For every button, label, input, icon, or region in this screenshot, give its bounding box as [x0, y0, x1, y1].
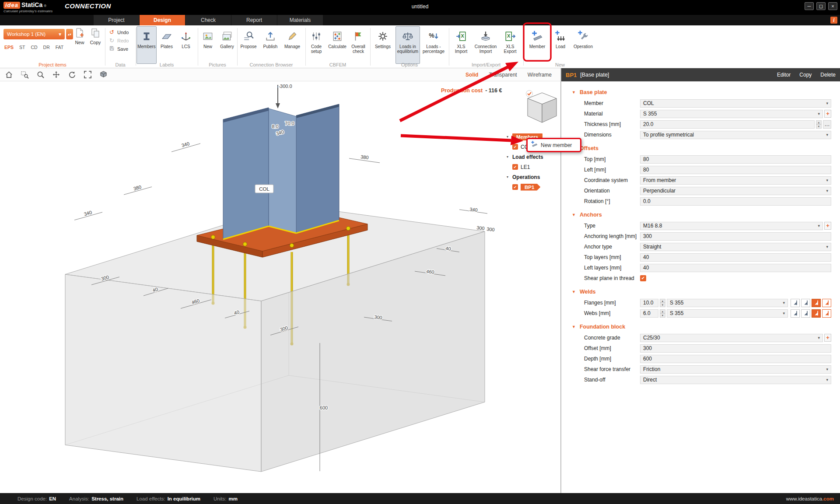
zoom-button[interactable] [33, 69, 47, 80]
input-left-layers-mm[interactable]: 40 [640, 264, 831, 272]
section-header-offsets[interactable]: ▼Offsets [561, 143, 840, 154]
members-labels-button[interactable]: Members [136, 26, 157, 64]
connection-import-button[interactable]: Connection Import [473, 26, 498, 64]
new-member-button[interactable]: Member [525, 26, 550, 64]
tab-design[interactable]: Design [140, 15, 185, 25]
visibility-checkbox[interactable]: ✔ [512, 164, 518, 170]
propose-button[interactable]: Propose [238, 26, 259, 64]
copy-operation-button[interactable]: Copy [799, 72, 812, 78]
dropdown-orientation[interactable]: Perpendicular▾ [640, 187, 831, 195]
stepper[interactable]: ▴▾ [660, 299, 665, 307]
dropdown-concrete-grade[interactable]: C25/30▾ [640, 334, 823, 342]
dropdown-stand-off[interactable]: Direct▾ [640, 376, 831, 384]
home-view-button[interactable] [2, 69, 16, 80]
dropdown-anchor-type[interactable]: Straight▾ [640, 243, 831, 251]
tab-materials[interactable]: Materials [277, 15, 323, 25]
code-fat[interactable]: FAT [56, 45, 63, 50]
close-button[interactable]: × [828, 2, 837, 10]
dropdown-member[interactable]: COL▾ [640, 99, 831, 108]
code-setup-button[interactable]: Code setup [306, 26, 326, 64]
tree-item-le1[interactable]: ✔ LE1 [507, 163, 561, 171]
new-project-item-button[interactable]: New [72, 27, 87, 53]
input-top-mm[interactable]: 80 [640, 155, 831, 164]
checkbox[interactable]: ✔ [640, 275, 646, 281]
code-st[interactable]: ST [19, 45, 25, 50]
settings-button[interactable]: Settings [371, 26, 395, 64]
visibility-checkbox[interactable]: ✔ [512, 144, 518, 150]
copy-project-item-button[interactable]: Copy [88, 27, 103, 53]
loads-percentage-button[interactable]: % Loads - percentage [421, 26, 446, 64]
delete-operation-button[interactable]: Delete [820, 72, 836, 78]
dropdown-dimensions[interactable]: To profile symmetrical▾ [640, 131, 831, 139]
stepper[interactable]: ▴▾ [816, 120, 822, 129]
input-depth-mm[interactable]: 600 [640, 355, 831, 363]
loads-in-equilibrium-button[interactable]: Loads in equilibrium [396, 26, 420, 64]
input-thickness-mm[interactable]: 20.0 [640, 120, 815, 129]
new-member-popup[interactable]: New member [526, 138, 581, 152]
dropdown-coordinate-system[interactable]: From member▾ [640, 176, 831, 185]
weld-type-button[interactable] [822, 299, 831, 307]
tab-project[interactable]: Project [94, 15, 139, 25]
tree-item-bp1[interactable]: ✔ BP1 [507, 183, 561, 191]
plates-labels-button[interactable]: Plates [158, 26, 176, 64]
input-offset-mm[interactable]: 300 [640, 344, 831, 353]
add-button[interactable]: + [824, 222, 831, 230]
license-info-button[interactable]: i [830, 17, 837, 24]
dropdown-shear-force-transfer[interactable]: Friction▾ [640, 365, 831, 374]
maximize-button[interactable]: ◻ [816, 2, 826, 10]
input-rotation[interactable]: 0.0 [640, 197, 831, 206]
view-mode-transparent[interactable]: Transparent [489, 72, 517, 78]
editor-button[interactable]: Editor [777, 72, 791, 78]
dropdown-type[interactable]: M16 8.8▾ [640, 222, 823, 230]
navigation-cube[interactable] [526, 91, 557, 123]
weld-type-button[interactable] [822, 309, 831, 318]
code-cd[interactable]: CD [31, 45, 37, 50]
lcs-labels-button[interactable]: LCS [177, 26, 195, 64]
calculate-button[interactable]: Calculate [327, 26, 347, 64]
publish-button[interactable]: Publish [260, 26, 281, 64]
xls-import-button[interactable]: X XLS Import [450, 26, 472, 64]
add-button[interactable]: + [824, 110, 831, 118]
add-button[interactable]: + [824, 334, 831, 342]
project-item-selector[interactable]: Workshop 1 (EN) ▾ [4, 29, 65, 39]
code-dr[interactable]: DR [43, 45, 50, 50]
tree-item-operations[interactable]: ▾ Operations [507, 173, 561, 181]
new-picture-button[interactable]: New [199, 26, 217, 64]
section-header-foundation-block[interactable]: ▼Foundation block [561, 321, 840, 332]
weld-type-button[interactable] [801, 299, 810, 307]
section-header-welds[interactable]: ▼Welds [561, 286, 840, 298]
dropdown-flanges-mm[interactable]: S 355▾ [667, 299, 788, 307]
weld-type-button[interactable] [812, 299, 821, 307]
undo-button[interactable]: ↺ Undo [108, 28, 129, 36]
new-load-button[interactable]: Load [550, 26, 570, 64]
zoom-window-button[interactable] [18, 69, 32, 80]
input-flanges-mm[interactable]: 10.0 [640, 299, 658, 307]
rotate-view-button[interactable] [65, 69, 79, 80]
minimize-button[interactable]: ─ [805, 2, 814, 10]
stepper[interactable]: ▴▾ [660, 309, 665, 318]
weld-type-button[interactable] [801, 309, 810, 318]
redo-button[interactable]: ↻ Redo [108, 37, 129, 44]
tree-item-load-effects[interactable]: ▾ Load effects [507, 153, 561, 161]
more-button[interactable]: … [823, 120, 831, 129]
gallery-button[interactable]: Gallery [218, 26, 236, 64]
pan-button[interactable] [49, 69, 63, 80]
visibility-checkbox[interactable]: ✔ [512, 184, 518, 190]
dropdown-material[interactable]: S 355▾ [640, 110, 823, 118]
tab-report[interactable]: Report [231, 15, 277, 25]
perspective-cube-button[interactable] [96, 69, 110, 80]
weld-type-button[interactable] [812, 309, 821, 318]
overall-check-button[interactable]: Overall check [348, 26, 368, 64]
weld-type-button[interactable] [791, 299, 800, 307]
website-link[interactable]: www.ideastatica.com [786, 496, 834, 501]
input-top-layers-mm[interactable]: 40 [640, 253, 831, 262]
view-mode-wireframe[interactable]: Wireframe [528, 72, 552, 78]
weld-type-button[interactable] [791, 309, 800, 318]
3d-viewport[interactable]: COL -300.070.08.034034038038034034030030… [0, 81, 560, 493]
zoom-fit-button[interactable] [80, 69, 94, 80]
save-button[interactable]: Save [108, 45, 129, 52]
code-eps[interactable]: EPS [4, 45, 14, 50]
view-mode-solid[interactable]: Solid [466, 72, 478, 78]
new-operation-button[interactable]: Operation [571, 26, 595, 64]
dropdown-webs-mm[interactable]: S 355▾ [667, 309, 788, 318]
